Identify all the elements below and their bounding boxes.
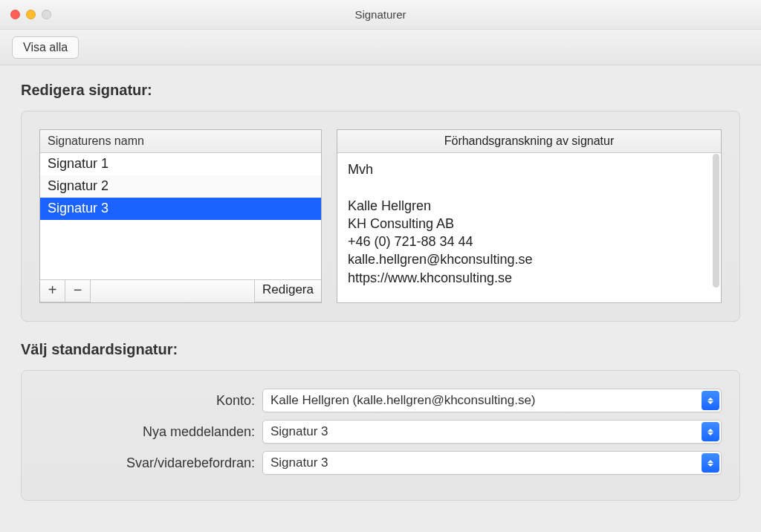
zoom-window-icon [42,10,51,19]
scrollbar-track[interactable] [712,154,719,301]
signature-list-header: Signaturens namn [40,130,321,153]
content: Redigera signatur: Signaturens namn Sign… [0,65,761,517]
close-window-icon[interactable] [10,10,20,19]
scrollbar-thumb[interactable] [713,154,719,288]
signature-preview-body: Mvh Kalle Hellgren KH Consulting AB +46 … [337,153,721,302]
default-signature-panel: Konto:Kalle Hellgren (kalle.hellgren@khc… [21,370,740,501]
window-controls [10,10,51,19]
chevron-updown-icon[interactable] [702,453,719,473]
select-wrap: Signatur 3 [262,420,722,444]
select[interactable]: Signatur 3 [262,451,722,475]
toolbar: Visa alla [0,30,761,65]
field-label: Svar/vidarebefordran: [39,455,262,471]
signature-list: Signaturens namn Signatur 1Signatur 2Sig… [39,129,322,303]
signature-list-body: Signatur 1Signatur 2Signatur 3 [40,153,321,279]
chevron-updown-icon[interactable] [702,391,719,410]
edit-signature-button[interactable]: Redigera [254,280,321,302]
signature-preview: Förhandsgranskning av signatur Mvh Kalle… [337,129,722,303]
signature-list-item[interactable]: Signatur 2 [40,175,321,198]
select-wrap: Signatur 3 [262,451,722,475]
footer-spacer [91,280,254,302]
field-label: Nya meddelanden: [39,424,262,440]
minimize-window-icon[interactable] [26,10,36,19]
chevron-updown-icon[interactable] [702,422,719,441]
remove-signature-button[interactable]: − [65,280,91,302]
window-title: Signaturer [354,8,406,21]
add-signature-button[interactable]: + [40,280,65,302]
field-row: Svar/vidarebefordran:Signatur 3 [39,451,722,475]
select[interactable]: Signatur 3 [262,420,722,444]
show-all-button[interactable]: Visa alla [12,36,79,59]
field-row: Nya meddelanden:Signatur 3 [39,420,722,444]
titlebar: Signaturer [0,0,761,30]
select[interactable]: Kalle Hellgren (kalle.hellgren@khconsult… [262,389,722,412]
signature-list-item[interactable]: Signatur 3 [40,198,321,220]
default-signature-heading: Välj standardsignatur: [21,341,740,358]
field-label: Konto: [39,393,262,409]
field-row: Konto:Kalle Hellgren (kalle.hellgren@khc… [39,389,722,412]
edit-signature-heading: Redigera signatur: [21,82,740,99]
signature-list-item[interactable]: Signatur 1 [40,153,321,175]
edit-signature-panel: Signaturens namn Signatur 1Signatur 2Sig… [21,111,740,322]
select-wrap: Kalle Hellgren (kalle.hellgren@khconsult… [262,389,722,412]
signature-preview-header: Förhandsgranskning av signatur [337,130,721,153]
signature-list-footer: + − Redigera [40,279,321,302]
